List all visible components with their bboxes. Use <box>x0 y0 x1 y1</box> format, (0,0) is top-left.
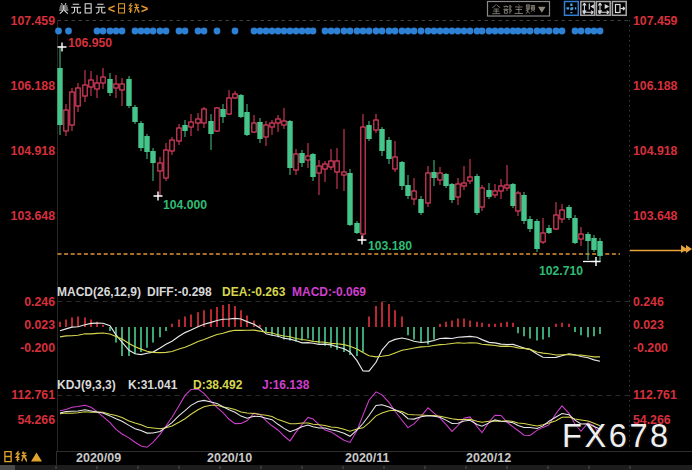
svg-text:103.648: 103.648 <box>11 209 56 223</box>
svg-text:KDJ(9,3,3): KDJ(9,3,3) <box>57 378 116 392</box>
svg-text:D:38.492: D:38.492 <box>193 378 243 392</box>
svg-text:104.918: 104.918 <box>11 144 56 158</box>
svg-text:MACD(26,12,9): MACD(26,12,9) <box>57 285 141 299</box>
svg-text:DEA:-0.263: DEA:-0.263 <box>222 285 286 299</box>
svg-text:K:31.041: K:31.041 <box>128 378 178 392</box>
svg-text:0.023: 0.023 <box>633 318 664 332</box>
svg-text:2020/11: 2020/11 <box>345 451 390 465</box>
svg-text:2020/10: 2020/10 <box>207 451 252 465</box>
svg-text:2020/09: 2020/09 <box>76 451 121 465</box>
svg-text:106.950: 106.950 <box>68 36 112 50</box>
svg-text:106.188: 106.188 <box>633 79 678 93</box>
svg-text:0.246: 0.246 <box>633 295 664 309</box>
svg-text:J:16.138: J:16.138 <box>262 378 310 392</box>
svg-text:112.761: 112.761 <box>11 388 55 402</box>
svg-text:DIFF:-0.298: DIFF:-0.298 <box>147 285 212 299</box>
svg-text:-0.200: -0.200 <box>20 341 55 355</box>
svg-text:<: < <box>108 2 115 16</box>
svg-text:>: > <box>141 2 148 16</box>
svg-text:104.000: 104.000 <box>163 198 207 212</box>
svg-text:102.710: 102.710 <box>539 264 583 278</box>
svg-text:106.188: 106.188 <box>11 79 56 93</box>
svg-text:104.918: 104.918 <box>633 144 678 158</box>
svg-text:0.023: 0.023 <box>24 318 55 332</box>
svg-text:-0.200: -0.200 <box>633 341 668 355</box>
svg-text:107.459: 107.459 <box>633 14 678 28</box>
svg-text:54.266: 54.266 <box>17 413 55 427</box>
svg-text:103.648: 103.648 <box>633 209 678 223</box>
svg-text:MACD:-0.069: MACD:-0.069 <box>292 285 366 299</box>
svg-text:103.180: 103.180 <box>368 239 412 253</box>
svg-text:FX678: FX678 <box>562 418 671 454</box>
svg-text:2020/12: 2020/12 <box>466 451 511 465</box>
svg-text:0.246: 0.246 <box>24 295 55 309</box>
svg-text:107.459: 107.459 <box>11 14 56 28</box>
svg-text:112.761: 112.761 <box>633 388 677 402</box>
